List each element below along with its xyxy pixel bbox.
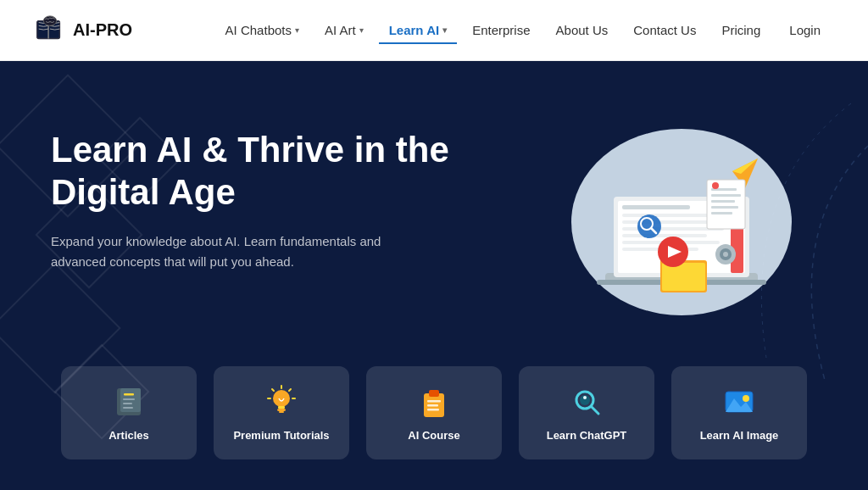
svg-rect-56: [427, 409, 439, 411]
svg-point-24: [723, 252, 728, 257]
chevron-down-icon: ▾: [442, 25, 447, 35]
svg-rect-13: [622, 234, 707, 237]
clipboard-icon: [415, 383, 453, 420]
card-learn-ai-image[interactable]: Learn AI Image: [671, 366, 807, 459]
svg-rect-9: [622, 205, 690, 209]
logo[interactable]: AI-PRO: [34, 14, 132, 47]
card-learn-chatgpt[interactable]: Learn ChatGPT: [519, 366, 654, 459]
svg-rect-55: [427, 404, 438, 407]
card-articles[interactable]: Articles: [61, 366, 197, 459]
svg-point-60: [583, 396, 587, 399]
hero-illustration: [529, 103, 817, 341]
card-ai-course[interactable]: AI Course: [366, 366, 502, 459]
hero-text: Learn AI & Thrive in the Digital Age Exp…: [51, 112, 458, 272]
nav-about-us[interactable]: About Us: [546, 16, 619, 44]
nav-pricing[interactable]: Pricing: [711, 16, 771, 44]
nav-login[interactable]: Login: [776, 16, 834, 44]
svg-point-64: [743, 395, 749, 402]
svg-rect-19: [662, 263, 705, 291]
card-premium-tutorials[interactable]: Premium Tutorials: [214, 366, 349, 459]
svg-rect-49: [278, 406, 285, 409]
svg-line-47: [272, 389, 274, 391]
svg-rect-50: [277, 409, 286, 411]
svg-rect-34: [711, 206, 738, 209]
chevron-down-icon: ▾: [295, 25, 299, 35]
hero-content: Learn AI & Thrive in the Digital Age Exp…: [0, 61, 868, 366]
logo-icon: [34, 14, 66, 47]
svg-point-36: [712, 182, 719, 189]
svg-point-43: [273, 390, 290, 407]
bulb-icon: [263, 383, 300, 420]
svg-rect-33: [711, 200, 735, 203]
chevron-down-icon: ▾: [359, 25, 364, 35]
header: AI-PRO AI Chatbots ▾ AI Art ▾ Learn AI ▾…: [0, 0, 868, 61]
svg-rect-41: [123, 403, 132, 404]
card-chatgpt-label: Learn ChatGPT: [547, 429, 627, 443]
nav-contact-us[interactable]: Contact Us: [623, 16, 706, 44]
main-nav: AI Chatbots ▾ AI Art ▾ Learn AI ▾ Enterp…: [215, 16, 834, 44]
svg-rect-54: [427, 400, 441, 403]
hero-subtitle: Expand your knowledge about AI. Learn fu…: [51, 231, 390, 272]
svg-line-59: [592, 407, 598, 414]
nav-learn-ai[interactable]: Learn AI ▾: [379, 16, 457, 44]
image-icon: [721, 383, 758, 420]
logo-text: AI-PRO: [73, 20, 132, 40]
svg-rect-53: [429, 390, 439, 397]
svg-line-45: [289, 389, 291, 391]
search-chatgpt-icon: [568, 383, 605, 420]
svg-rect-51: [279, 411, 284, 413]
svg-rect-11: [622, 220, 715, 224]
card-articles-label: Articles: [108, 429, 149, 443]
svg-rect-42: [123, 407, 133, 409]
svg-rect-32: [711, 194, 741, 197]
card-ai-image-label: Learn AI Image: [700, 429, 779, 443]
card-tutorials-label: Premium Tutorials: [233, 429, 329, 443]
article-icon: [110, 383, 147, 420]
nav-enterprise[interactable]: Enterprise: [462, 16, 540, 44]
hero-title: Learn AI & Thrive in the Digital Age: [51, 129, 458, 214]
nav-ai-art[interactable]: AI Art ▾: [314, 16, 374, 44]
hero-section: Learn AI & Thrive in the Digital Age Exp…: [0, 61, 868, 490]
card-course-label: AI Course: [408, 429, 459, 443]
svg-rect-39: [124, 393, 134, 396]
svg-rect-40: [123, 398, 135, 400]
svg-rect-35: [711, 212, 732, 214]
cards-row: Articles: [0, 366, 868, 490]
nav-ai-chatbots[interactable]: AI Chatbots ▾: [215, 16, 309, 44]
illustration-svg: [529, 103, 817, 341]
